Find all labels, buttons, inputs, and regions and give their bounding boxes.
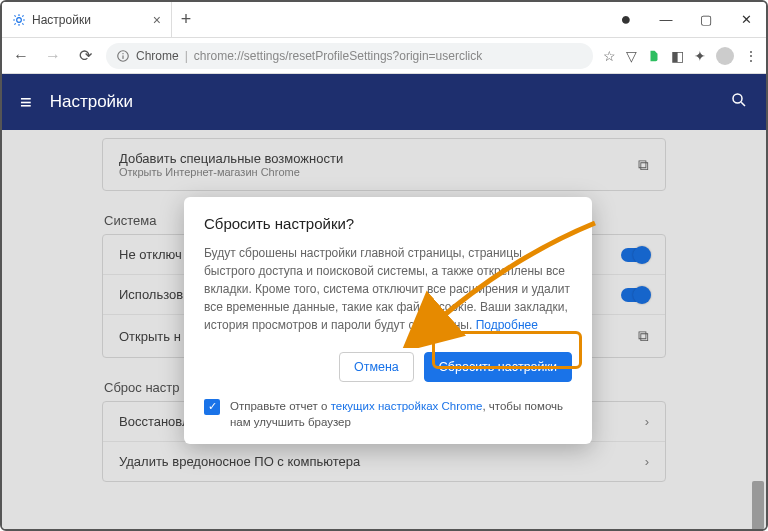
scrollbar-thumb[interactable] bbox=[752, 481, 764, 531]
evernote-icon[interactable] bbox=[647, 49, 661, 63]
close-tab-icon[interactable]: × bbox=[153, 12, 161, 28]
window-titlebar: Настройки × + ● — ▢ ✕ bbox=[2, 2, 766, 38]
svg-point-4 bbox=[733, 94, 742, 103]
reset-confirm-button[interactable]: Сбросить настройки bbox=[424, 352, 572, 382]
new-tab-button[interactable]: + bbox=[172, 2, 200, 37]
reset-settings-dialog: Сбросить настройки? Будут сброшены настр… bbox=[184, 197, 592, 444]
current-settings-link[interactable]: текущих настройках Chrome bbox=[331, 400, 483, 412]
svg-rect-3 bbox=[122, 55, 123, 59]
settings-header: ≡ Настройки bbox=[2, 74, 766, 130]
svg-line-5 bbox=[741, 102, 745, 106]
hamburger-icon[interactable]: ≡ bbox=[20, 91, 32, 114]
report-row: ✓ Отправьте отчет о текущих настройках C… bbox=[204, 398, 572, 430]
reload-button[interactable]: ⟳ bbox=[74, 46, 96, 65]
site-info-icon bbox=[116, 49, 130, 63]
tab-title: Настройки bbox=[32, 13, 91, 27]
svg-point-2 bbox=[122, 52, 123, 53]
profile-avatar[interactable] bbox=[716, 47, 734, 65]
settings-title: Настройки bbox=[50, 92, 730, 112]
back-button[interactable]: ← bbox=[10, 47, 32, 65]
minimize-button[interactable]: — bbox=[646, 12, 686, 27]
address-bar[interactable]: Chrome | chrome://settings/resetProfileS… bbox=[106, 43, 593, 69]
maximize-button[interactable]: ▢ bbox=[686, 12, 726, 27]
account-dot-icon[interactable]: ● bbox=[606, 9, 646, 30]
url-bar: ← → ⟳ Chrome | chrome://settings/resetPr… bbox=[2, 38, 766, 74]
pocket-icon[interactable]: ▽ bbox=[626, 48, 637, 64]
cancel-button[interactable]: Отмена bbox=[339, 352, 414, 382]
url-host: Chrome bbox=[136, 49, 179, 63]
dialog-body: Будут сброшены настройки главной страниц… bbox=[204, 244, 572, 334]
forward-button[interactable]: → bbox=[42, 47, 64, 65]
gear-icon bbox=[12, 13, 26, 27]
report-checkbox[interactable]: ✓ bbox=[204, 399, 220, 415]
extensions-icon[interactable]: ✦ bbox=[694, 48, 706, 64]
star-icon[interactable]: ☆ bbox=[603, 48, 616, 64]
settings-content: Добавить специальные возможности Открыть… bbox=[2, 130, 766, 531]
window-controls: ● — ▢ ✕ bbox=[606, 2, 766, 37]
bookmark-icon[interactable]: ◧ bbox=[671, 48, 684, 64]
svg-point-0 bbox=[17, 17, 22, 22]
dialog-title: Сбросить настройки? bbox=[204, 215, 572, 232]
menu-icon[interactable]: ⋮ bbox=[744, 48, 758, 64]
learn-more-link[interactable]: Подробнее bbox=[476, 318, 538, 332]
close-window-button[interactable]: ✕ bbox=[726, 12, 766, 27]
browser-tab[interactable]: Настройки × bbox=[2, 2, 172, 37]
search-icon[interactable] bbox=[730, 91, 748, 114]
